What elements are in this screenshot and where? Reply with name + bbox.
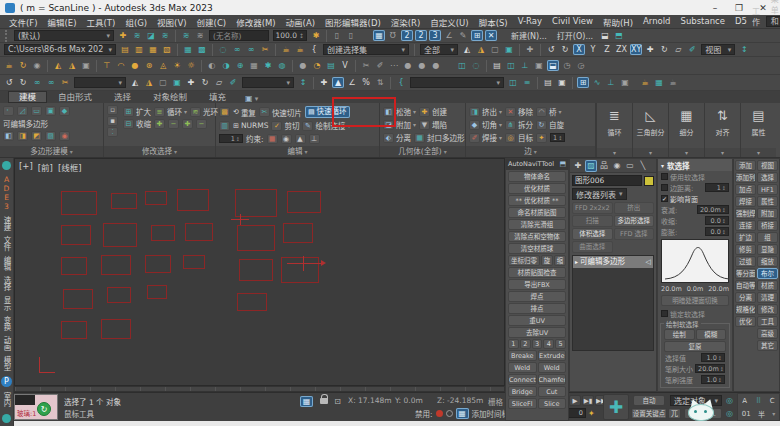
collapse-button[interactable]: ▼塌陷 bbox=[419, 119, 447, 130]
rendered-frame-icon[interactable]: ▦ bbox=[653, 77, 665, 88]
set-key-button[interactable]: 设置关键点 bbox=[631, 408, 667, 419]
big-button-3[interactable]: ⇅对齐▾ bbox=[704, 103, 740, 157]
mod-button-4[interactable]: 体积选择 bbox=[572, 228, 613, 240]
angle-snap-icon[interactable]: ∠ bbox=[443, 30, 455, 41]
normal-align-icon[interactable]: ⊥ bbox=[519, 60, 531, 71]
spinner-row-0[interactable]: 衰减:20.0m bbox=[658, 204, 732, 215]
element-subobject-icon[interactable]: ◆ bbox=[59, 106, 70, 116]
select-object-icon[interactable]: ◭ bbox=[461, 44, 473, 55]
zero-button-2[interactable]: 缩 bbox=[554, 255, 566, 266]
dock-p-badge[interactable]: P bbox=[1, 376, 12, 387]
script-button-3-0[interactable]: 焊接 bbox=[735, 196, 756, 207]
autotool2-button-0[interactable]: 材质贴图检查 bbox=[508, 267, 566, 278]
panel-corner-icon[interactable]: ⬒ bbox=[559, 159, 566, 170]
grow-button[interactable]: ⊞扩大 bbox=[123, 106, 151, 117]
mini-value-1[interactable]: 01 bbox=[742, 410, 751, 418]
brace2-icon[interactable]: { bbox=[395, 77, 407, 88]
object-color-swatch[interactable] bbox=[644, 176, 654, 186]
mod-button-3[interactable]: 多边形选择 bbox=[614, 215, 655, 227]
subobject-level-4[interactable]: 4 bbox=[543, 339, 554, 349]
revert-button[interactable]: 复原 bbox=[664, 341, 726, 352]
curve-editor-icon[interactable]: ∿ bbox=[591, 77, 603, 88]
material-editor-icon[interactable]: ⊞ bbox=[577, 77, 589, 88]
script-button-4-0[interactable]: 强制焊接 bbox=[735, 208, 756, 219]
auto-key-button[interactable]: 自动 bbox=[633, 395, 665, 406]
percent-snap-icon[interactable]: ✎ bbox=[457, 30, 469, 41]
mod-button-6[interactable]: 曲面选择 bbox=[572, 241, 613, 253]
check-row-2[interactable]: 影响背面 bbox=[658, 193, 732, 204]
autotool-button-6[interactable]: 清空材质球 bbox=[508, 243, 566, 254]
arc-rotate-icon[interactable]: ↻ bbox=[17, 60, 29, 71]
folder-import-icon[interactable]: ▦ bbox=[147, 44, 159, 55]
subobject-level-2[interactable]: 2 bbox=[520, 339, 531, 349]
maximize-button[interactable]: ❐ bbox=[727, 3, 751, 13]
absolute-mode-icon[interactable]: ⊡ bbox=[331, 396, 344, 407]
quad-button-cut[interactable]: Cut bbox=[538, 386, 567, 397]
save-as-icon[interactable]: ⬒ bbox=[613, 30, 625, 41]
edge-value-spinner[interactable]: 1 bbox=[550, 133, 565, 142]
tab-自由形式[interactable]: 自由形式 bbox=[47, 91, 103, 103]
autosave-icon[interactable]: ⬓ bbox=[547, 60, 559, 71]
coord2-dropdown[interactable] bbox=[242, 77, 294, 88]
select-by-name-icon[interactable]: ◮ bbox=[475, 44, 487, 55]
region-icon[interactable]: ◌ bbox=[217, 44, 229, 55]
utilities-tab[interactable]: ╲ bbox=[637, 160, 649, 172]
dock-bottom-icon[interactable] bbox=[2, 414, 11, 423]
palette-icon[interactable]: ◔ bbox=[311, 60, 323, 71]
mute-dot-icon[interactable] bbox=[446, 410, 453, 417]
menu-item-16[interactable]: Substance bbox=[676, 16, 730, 28]
dope-sheet-icon[interactable]: ⊥ bbox=[605, 77, 617, 88]
target-weld-button[interactable]: ◎目标 bbox=[505, 132, 533, 143]
mod-button-1[interactable]: 挤出 bbox=[614, 202, 655, 214]
script-button-10-1[interactable]: 材质 bbox=[757, 280, 778, 291]
selection-filter-dropdown[interactable]: 全部 bbox=[420, 44, 458, 55]
quick-slice-button[interactable]: ✂快速切片 bbox=[259, 107, 302, 118]
center-icon[interactable]: ↕ bbox=[297, 77, 309, 88]
autotool-button-4[interactable]: 清除光滑组 bbox=[508, 219, 566, 230]
sphere-a-icon[interactable]: ● bbox=[297, 60, 309, 71]
rotate2-icon[interactable]: ↻ bbox=[199, 77, 211, 88]
film-camera-icon[interactable]: ▣ bbox=[80, 60, 92, 71]
menu-item-3[interactable]: 组(G) bbox=[120, 16, 152, 28]
paint-field-row-1[interactable]: 笔刷大小20.0m bbox=[662, 363, 728, 374]
save-icon[interactable]: ⬓ bbox=[599, 30, 611, 41]
paint-field-row-2[interactable]: 笔刷强度1.0 bbox=[662, 374, 728, 385]
snap3-toggle-icon[interactable]: ▲ bbox=[332, 77, 344, 88]
quad-button-chamfer[interactable]: Chamfer bbox=[538, 374, 567, 385]
render-setup-icon[interactable]: ☕ bbox=[639, 77, 651, 88]
script-button-0-0[interactable]: 添加 bbox=[735, 160, 756, 171]
script-button-11-0[interactable]: 分离 bbox=[735, 292, 756, 303]
select-link-icon[interactable]: ∞ bbox=[231, 44, 243, 55]
stack-b-icon[interactable]: ≋ bbox=[194, 30, 206, 41]
dropdown-arrow-icon[interactable]: ▾ bbox=[633, 148, 668, 157]
autotool-button-0[interactable]: 物体命名 bbox=[508, 171, 566, 182]
snap-x-icon[interactable]: ✕ bbox=[485, 30, 497, 41]
chamfer-button[interactable]: ◆切角▾ bbox=[469, 119, 502, 130]
script-button-15-1[interactable]: 其它 bbox=[757, 340, 778, 351]
snowflake-icon[interactable]: ✱ bbox=[262, 60, 274, 71]
layers-panel-icon[interactable]: ▤ bbox=[325, 60, 337, 71]
named-sets-dropdown[interactable] bbox=[74, 77, 126, 88]
paint-deform-icon[interactable]: ▥ bbox=[219, 121, 230, 131]
playback-1-button[interactable]: ▶ bbox=[569, 395, 581, 406]
repeat-button[interactable]: ⟲重复 bbox=[233, 107, 256, 118]
scale2-icon[interactable]: ▱ bbox=[213, 77, 225, 88]
open-button[interactable]: 打开(O)... bbox=[552, 30, 598, 41]
big-button-0[interactable]: ≣循环▾ bbox=[596, 103, 632, 157]
dropdown-arrow-icon[interactable]: ▾ bbox=[741, 148, 776, 157]
script-button-1-0[interactable]: 添加列表 bbox=[735, 172, 756, 183]
cylinder-b-icon[interactable]: ▯ bbox=[345, 30, 357, 41]
quad-button-slicefl[interactable]: SliceFl bbox=[508, 398, 537, 409]
big-button-4[interactable]: ▤属性▾ bbox=[740, 103, 776, 157]
subobject-level-1[interactable]: 1 bbox=[508, 339, 519, 349]
constraint-edge-icon[interactable]: ◉ bbox=[281, 134, 292, 144]
modifier-list-dropdown[interactable]: 修改器列表 bbox=[572, 188, 627, 200]
spinner-field[interactable]: 0.0 bbox=[705, 216, 729, 225]
mini-dropdown-arrow-icon[interactable]: ▾ bbox=[772, 410, 775, 417]
script-button-6-1[interactable]: 组 bbox=[757, 232, 778, 243]
script-brace-icon[interactable]: { bbox=[308, 44, 320, 55]
mod-button-2[interactable]: 扫描 bbox=[572, 215, 613, 227]
coord-system-dropdown[interactable]: 视图 bbox=[701, 44, 735, 55]
pin-stack-icon[interactable]: ◁ bbox=[646, 256, 651, 268]
bind-spacewarp-icon[interactable]: ✂ bbox=[259, 44, 271, 55]
